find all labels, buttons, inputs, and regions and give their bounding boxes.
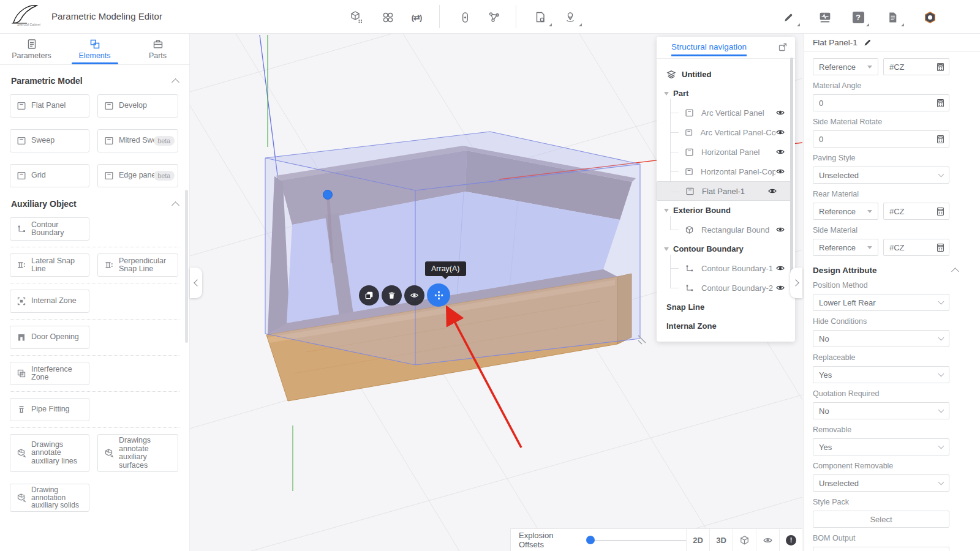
dropdown-corner-icon[interactable] <box>797 23 800 26</box>
tree-group-door-opening[interactable]: Door Opening <box>657 335 795 342</box>
calculator-icon[interactable] <box>937 62 944 72</box>
placement-icon[interactable] <box>563 10 578 24</box>
tool-flat-panel[interactable]: Flat Panel <box>10 94 89 118</box>
eye-icon[interactable] <box>775 108 785 118</box>
tool-door-opening[interactable]: Door Opening <box>10 326 89 349</box>
visibility-button[interactable] <box>756 529 779 551</box>
tab-elements[interactable]: Elements <box>63 34 126 64</box>
material-value-input[interactable]: #CZ <box>883 58 949 75</box>
delete-button[interactable] <box>382 285 402 305</box>
swap-icon[interactable]: (⇄) <box>409 10 424 24</box>
caret-down-icon[interactable] <box>664 247 669 251</box>
eye-icon[interactable] <box>775 263 785 273</box>
tree-item-arc-vertical-panel[interactable]: Arc Vertical Panel <box>657 103 795 122</box>
tree-group-snap-line[interactable]: Snap Line <box>657 298 795 317</box>
replaceable-select[interactable]: Yes <box>813 366 949 383</box>
eye-icon[interactable] <box>775 147 785 157</box>
tool-sweep[interactable]: Sweep <box>10 129 89 152</box>
collapse-right-panel-handle[interactable] <box>790 268 802 298</box>
tool-develop[interactable]: Develop <box>97 94 178 118</box>
tab-parts[interactable]: Parts <box>126 34 189 64</box>
eye-icon[interactable] <box>775 225 785 234</box>
structural-navigation-title[interactable]: Structural navigation <box>671 42 747 51</box>
copy-button[interactable] <box>359 285 379 305</box>
tree-item-arc-vertical-panel-copy[interactable]: Arc Vertical Panel-Copy <box>657 122 795 142</box>
calculator-icon[interactable] <box>937 135 944 144</box>
tree-item-contour-boundary-2[interactable]: Contour Boundary-2 <box>657 278 795 298</box>
axis-lock-icon[interactable] <box>458 10 472 24</box>
paving-style-select[interactable]: Unselected <box>813 167 949 184</box>
dropdown-corner-icon[interactable] <box>579 23 582 26</box>
edit-mode-icon[interactable] <box>781 10 796 24</box>
caret-down-icon[interactable] <box>664 92 669 96</box>
removable-select[interactable]: Yes <box>813 438 949 455</box>
quotation-required-select[interactable]: No <box>813 402 949 419</box>
tool-internal-zone[interactable]: Internal Zone <box>10 290 89 313</box>
structural-panel-scrollbar[interactable] <box>790 58 793 276</box>
position-method-select[interactable]: Lower Left Rear <box>813 294 949 311</box>
view-2d-button[interactable]: 2D <box>686 529 709 551</box>
tool-drawing-annotation-solids[interactable]: Drawing annotation auxiliary solids <box>10 484 89 512</box>
slider-track[interactable] <box>590 540 686 541</box>
eye-icon[interactable] <box>775 167 785 176</box>
eye-icon[interactable] <box>767 186 777 196</box>
calculator-icon[interactable] <box>937 99 944 108</box>
material-angle-input[interactable]: 0 <box>813 94 949 111</box>
array-button[interactable] <box>427 283 450 307</box>
dropdown-corner-icon[interactable] <box>549 23 552 26</box>
relation-graph-icon[interactable] <box>487 10 502 24</box>
warnings-button[interactable]: ! <box>779 529 802 551</box>
tree-group-exterior-bound[interactable]: Exterior Bound <box>657 201 795 220</box>
tree-item-rectangular-bound[interactable]: Rectangular Bound <box>657 220 795 239</box>
side-material-rotate-input[interactable]: 0 <box>813 130 949 148</box>
rename-pencil-icon[interactable] <box>863 38 872 47</box>
rear-material-value-input[interactable]: #CZ <box>883 203 949 220</box>
tool-drawings-annotate-surfaces[interactable]: Drawings annotate auxiliary surfaces <box>97 434 178 472</box>
tree-item-contour-boundary-1[interactable]: Contour Boundary-1 <box>657 258 795 278</box>
explosion-offsets-slider[interactable] <box>586 536 686 544</box>
tab-parameters[interactable]: Parameters <box>0 34 63 64</box>
tree-item-horizontal-panel[interactable]: Horizontal Panel <box>657 142 795 162</box>
tool-interference-zone[interactable]: Interference Zone <box>10 362 89 385</box>
settings-nut-icon[interactable] <box>922 10 937 24</box>
document-export-icon[interactable] <box>533 10 548 24</box>
bom-output-select[interactable]: Yes <box>813 547 949 551</box>
tree-item-flat-panel-1-selected[interactable]: Flat Panel-1 <box>657 181 793 201</box>
eye-icon[interactable] <box>775 127 785 137</box>
component-library-icon[interactable] <box>349 10 364 24</box>
style-pack-select-button[interactable]: Select <box>813 511 949 528</box>
tree-group-internal-zone[interactable]: Internal Zone <box>657 317 795 335</box>
mirror-array-icon[interactable] <box>380 10 395 24</box>
calculator-icon[interactable] <box>937 243 944 252</box>
tree-root-untitled[interactable]: Untitled <box>657 65 795 84</box>
tool-edge-panel[interactable]: Edge panelbeta <box>97 164 178 187</box>
caret-down-icon[interactable] <box>664 209 669 212</box>
eye-icon[interactable] <box>775 283 785 293</box>
tree-item-horizontal-panel-copy[interactable]: Horizontal Panel-Copy <box>657 162 795 181</box>
collapse-icon[interactable] <box>951 268 959 276</box>
diagnostics-icon[interactable] <box>818 10 832 24</box>
material-method-select[interactable]: Reference <box>813 58 878 75</box>
expand-panel-icon[interactable] <box>778 42 788 52</box>
document-icon[interactable] <box>885 10 900 24</box>
tool-pipe-fitting[interactable]: Pipe Fitting <box>10 398 89 421</box>
tool-mitred-sweep[interactable]: Mitred Sweepbeta <box>97 129 178 152</box>
tree-group-contour-boundary[interactable]: Contour Boundary <box>657 239 795 258</box>
hide-button[interactable] <box>404 285 424 305</box>
collapse-left-panel-handle[interactable] <box>190 268 202 298</box>
tool-grid[interactable]: Grid <box>10 164 89 187</box>
tool-perpendicular-snap-line[interactable]: Perpendicular Snap Line <box>97 253 178 277</box>
tool-contour-boundary[interactable]: Contour Boundary <box>10 217 89 241</box>
component-removable-select[interactable]: Unselected <box>813 474 949 492</box>
tool-lateral-snap-line[interactable]: Lateral Snap Line <box>10 253 89 277</box>
view-3d-button[interactable]: 3D <box>709 529 733 551</box>
collapse-icon[interactable] <box>172 78 179 86</box>
hide-conditions-select[interactable]: No <box>813 330 949 347</box>
rear-material-method-select[interactable]: Reference <box>813 203 878 220</box>
dropdown-corner-icon[interactable] <box>901 23 904 26</box>
isometric-view-button[interactable] <box>733 529 756 551</box>
tree-group-part[interactable]: Part <box>657 84 795 103</box>
slider-knob[interactable] <box>586 536 595 544</box>
tool-drawings-annotate-lines[interactable]: Drawings annotate auxiliary lines <box>10 434 89 472</box>
left-panel-scrollbar[interactable] <box>185 190 188 343</box>
